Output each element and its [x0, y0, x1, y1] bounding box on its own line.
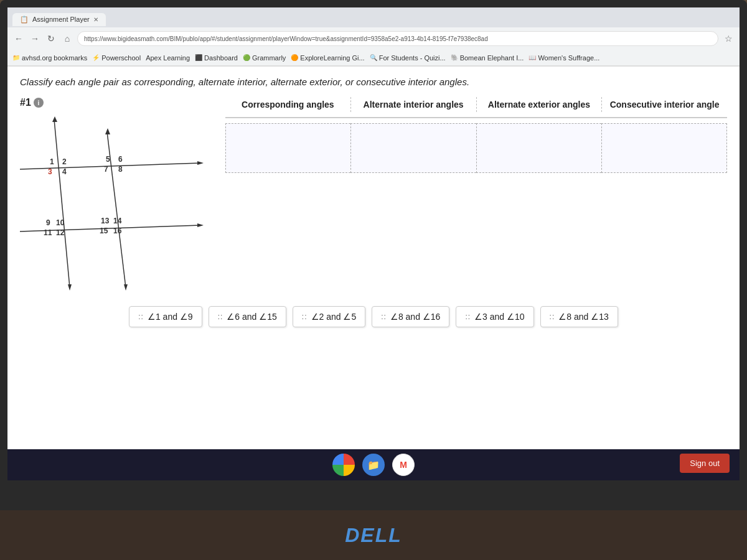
svg-text:12: 12: [56, 228, 65, 237]
tab-close-button[interactable]: ✕: [93, 16, 98, 23]
dropzone-alternate-exterior[interactable]: [476, 123, 601, 173]
tile-label: ∠6 and ∠15: [227, 312, 277, 322]
bookmarks-bar: 📁 avhsd.org bookmarks ⚡ Powerschool Apex…: [7, 50, 740, 66]
bookmark-avhsd[interactable]: 📁 avhsd.org bookmarks: [12, 54, 87, 62]
svg-text:15: 15: [100, 226, 108, 235]
browser-chrome: 📋 Assignment Player ✕ ← → ↻ ⌂ https://ww…: [7, 7, 740, 67]
svg-marker-6: [52, 116, 57, 122]
bookmark-apex[interactable]: Apex Learning: [146, 54, 190, 62]
svg-text:6: 6: [118, 155, 123, 164]
bookmark-label: Dashboard: [204, 54, 238, 62]
category-alternate-interior: Alternate interior angles: [351, 97, 477, 112]
svg-text:16: 16: [113, 226, 122, 235]
instruction-text: Classify each angle pair as correspondin…: [20, 77, 727, 87]
bookmark-button[interactable]: ☆: [722, 32, 735, 45]
svg-text:4: 4: [62, 167, 67, 176]
reload-button[interactable]: ↻: [45, 32, 57, 45]
gmail-icon[interactable]: M: [392, 454, 415, 476]
bookmark-forstudents[interactable]: 🔍 For Students - Quizi...: [370, 54, 446, 62]
url-bar[interactable]: https://www.bigideasmath.com/BIM/publo/a…: [77, 31, 718, 46]
bookmark-dashboard[interactable]: ⬛ Dashboard: [195, 54, 238, 62]
bookmark-label: Grammarly: [252, 54, 286, 62]
svg-marker-5: [197, 223, 204, 227]
angle-tile-4[interactable]: :: ∠8 and ∠16: [372, 306, 449, 327]
dashboard-icon: ⬛: [195, 54, 202, 61]
tile-label: ∠3 and ∠10: [474, 312, 525, 322]
students-icon: 🔍: [370, 54, 377, 61]
bookmark-explorelearning[interactable]: 🟠 ExploreLearning Gi...: [291, 54, 364, 62]
svg-text:14: 14: [113, 217, 122, 225]
category-consecutive-interior: Consecutive interior angle: [602, 97, 727, 112]
angle-tile-1[interactable]: :: ∠1 and ∠9: [129, 306, 202, 327]
svg-text:2: 2: [62, 157, 67, 166]
files-icon[interactable]: 📁: [362, 454, 385, 476]
angle-tile-2[interactable]: :: ∠6 and ∠15: [209, 306, 286, 327]
angle-diagram: 1 2 3 4 5 6 7 8 9 10 11: [20, 113, 207, 294]
drag-handle-icon: ::: [218, 312, 223, 321]
svg-line-2: [54, 119, 70, 287]
page-content: Classify each angle pair as correspondin…: [7, 67, 740, 480]
category-alternate-exterior: Alternate exterior angles: [477, 97, 603, 112]
svg-line-0: [20, 163, 200, 169]
browser-tab[interactable]: 📋 Assignment Player ✕: [12, 13, 106, 26]
tab-title: Assignment Player: [32, 16, 90, 23]
dropzone-alternate-interior[interactable]: [350, 123, 476, 173]
tile-label: ∠8 and ∠16: [390, 312, 441, 322]
bookmark-powerschool[interactable]: ⚡ Powerschool: [92, 54, 141, 62]
dell-logo: DELL: [345, 524, 402, 547]
bookmark-label: Bomean Elephant I...: [460, 54, 524, 62]
problem-number: #1: [20, 97, 31, 108]
tile-label: ∠2 and ∠5: [311, 312, 357, 322]
svg-text:11: 11: [44, 228, 52, 237]
svg-marker-4: [197, 161, 204, 165]
bookmark-label: Apex Learning: [146, 54, 190, 62]
bookmark-label: avhsd.org bookmarks: [22, 54, 87, 62]
svg-marker-9: [124, 284, 128, 291]
info-icon[interactable]: i: [34, 98, 44, 108]
sign-out-button[interactable]: Sign out: [680, 454, 730, 473]
svg-marker-8: [105, 128, 110, 134]
drag-handle-icon: ::: [550, 312, 555, 321]
categories-row: Corresponding angles Alternate interior …: [225, 97, 727, 118]
svg-text:10: 10: [56, 218, 65, 227]
diagram-section: #1 i: [20, 97, 219, 296]
svg-text:9: 9: [46, 218, 50, 227]
tab-bar: 📋 Assignment Player ✕: [7, 7, 740, 27]
angle-tile-3[interactable]: :: ∠2 and ∠5: [293, 306, 365, 327]
bookmark-bomean[interactable]: 🐘 Bomean Elephant I...: [451, 54, 524, 62]
angle-tile-6[interactable]: :: ∠8 and ∠13: [540, 306, 618, 327]
bomean-icon: 🐘: [451, 54, 458, 61]
bookmark-label: Women's Suffrage...: [538, 54, 599, 62]
home-button[interactable]: ⌂: [61, 32, 73, 45]
folder-icon: 📁: [12, 54, 20, 61]
bookmark-label: For Students - Quizi...: [379, 54, 446, 62]
svg-text:5: 5: [106, 155, 110, 164]
forward-button[interactable]: →: [29, 32, 41, 45]
explore-icon: 🟠: [291, 54, 298, 61]
category-corresponding: Corresponding angles: [225, 97, 351, 112]
angle-tile-5[interactable]: :: ∠3 and ∠10: [456, 306, 533, 327]
drag-handle-icon: ::: [138, 312, 144, 321]
angle-tiles-container: :: ∠1 and ∠9 :: ∠6 and ∠15 :: ∠2 and ∠5 …: [20, 296, 727, 337]
dropzone-row: [225, 123, 727, 173]
back-button[interactable]: ←: [12, 32, 25, 45]
svg-text:8: 8: [118, 165, 123, 174]
bookmark-label: ExploreLearning Gi...: [300, 54, 364, 62]
bookmark-grammarly[interactable]: 🟢 Grammarly: [243, 54, 286, 62]
tile-label: ∠1 and ∠9: [148, 312, 193, 322]
bookmark-womens-suffrage[interactable]: 📖 Women's Suffrage...: [529, 54, 599, 62]
svg-text:3: 3: [48, 167, 52, 176]
drag-handle-icon: ::: [465, 312, 471, 321]
bottom-area: DELL: [0, 510, 747, 560]
taskbar: 📁 M: [7, 449, 740, 480]
svg-text:13: 13: [101, 217, 110, 225]
screen: 📋 Assignment Player ✕ ← → ↻ ⌂ https://ww…: [7, 7, 740, 480]
dropzone-consecutive-interior[interactable]: [601, 123, 727, 173]
bookmark-label: Powerschool: [101, 54, 141, 62]
address-bar-row: ← → ↻ ⌂ https://www.bigideasmath.com/BIM…: [7, 27, 740, 50]
svg-text:1: 1: [50, 157, 54, 166]
dropzone-corresponding[interactable]: [225, 123, 350, 173]
laptop-frame: 📋 Assignment Player ✕ ← → ↻ ⌂ https://ww…: [0, 0, 747, 510]
grammarly-icon: 🟢: [243, 54, 250, 61]
chrome-icon[interactable]: [332, 454, 355, 476]
